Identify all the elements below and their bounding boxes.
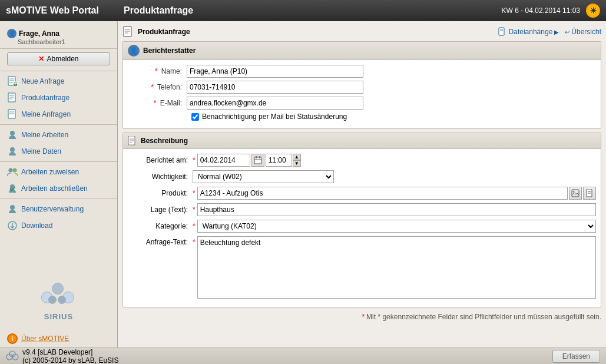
calendar-button[interactable]	[251, 154, 264, 167]
name-input[interactable]	[187, 65, 363, 78]
abmelden-x-icon: ✕	[38, 55, 44, 63]
sirius-circle-2	[52, 283, 64, 294]
content-top-bar: Produktanfrage Dateianhänge ▶ ↩ Übersich…	[122, 26, 601, 38]
telefon-row: * Telefon:	[128, 81, 596, 94]
lage-input[interactable]	[197, 203, 596, 216]
produkt-label: Produkt:	[128, 189, 193, 197]
footer-note: * Mit * gekennzeichnete Felder sind Pfli…	[122, 311, 601, 323]
svg-text:+: +	[13, 80, 17, 87]
kategorie-label: Kategorie:	[128, 222, 193, 230]
sun-icon: ☀	[586, 4, 600, 18]
lage-label: Lage (Text):	[128, 206, 193, 214]
lage-row: Lage (Text): *	[128, 203, 596, 216]
ueber-smotive-link[interactable]: i Über sMOTIVE	[0, 330, 117, 348]
produkt-image-button[interactable]	[569, 187, 582, 200]
svg-point-35	[573, 191, 575, 193]
abmelden-button[interactable]: ✕ Abmelden	[7, 52, 110, 65]
dateianhaenge-icon	[498, 27, 507, 37]
berichterstatter-card: 👤 Berichterstatter * Name: * Telefon:	[122, 41, 601, 129]
benutzerverwaltung-icon	[7, 204, 18, 214]
produkt-input[interactable]	[197, 187, 568, 200]
berichterstatter-header: 👤 Berichterstatter	[123, 42, 601, 60]
sidebar-item-produktanfrage[interactable]: Produktanfrage	[0, 90, 117, 106]
kategorie-select[interactable]: Wartung (KAT02) Reparatur (KAT01) Inspek…	[197, 220, 596, 233]
sidebar-item-arbeiten-zuweisen[interactable]: Arbeiten zuweisen	[0, 164, 117, 180]
telefon-label: * Telefon:	[128, 83, 187, 91]
uebersicht-link[interactable]: ↩ Übersicht	[565, 27, 601, 37]
produkt-document-button[interactable]	[583, 187, 596, 200]
svg-point-15	[9, 168, 13, 173]
sidebar-item-meine-anfragen[interactable]: Meine Anfragen	[0, 106, 117, 123]
svg-point-18	[10, 205, 15, 210]
erfassen-button[interactable]: Erfassen	[552, 350, 600, 363]
meine-anfragen-icon	[7, 109, 18, 120]
notification-checkbox[interactable]	[191, 113, 199, 121]
person-icon: 👤	[128, 45, 140, 57]
time-spin-up-button[interactable]: ▲	[293, 154, 301, 160]
nav-divider-3	[0, 161, 117, 162]
telefon-input[interactable]	[187, 81, 363, 94]
produkt-input-group	[197, 187, 596, 200]
name-label: * Name:	[128, 67, 187, 75]
meine-arbeiten-icon	[7, 130, 18, 140]
svg-point-13	[10, 131, 15, 135]
anfrage-textarea[interactable]: Beleuchtung defekt	[197, 236, 596, 299]
bottom-left: v9.4 [sLAB Developer] (c) 2005-2014 by s…	[6, 348, 118, 365]
wichtigkeit-label: Wichtigkeit:	[128, 173, 193, 181]
nav-divider-2	[0, 124, 117, 125]
sirius-bottom-logo	[6, 350, 19, 363]
sidebar-item-benutzerverwaltung[interactable]: Benutzerverwaltung	[0, 201, 117, 217]
meine-daten-icon	[7, 146, 18, 157]
berichtet-label: Berichtet am:	[128, 156, 193, 164]
svg-rect-34	[572, 190, 579, 197]
kategorie-row: Kategorie: * Wartung (KAT02) Reparatur (…	[128, 220, 596, 233]
anfrage-label: Anfrage-Text:	[128, 236, 193, 246]
sidebar-item-download[interactable]: Download	[0, 217, 117, 234]
berichtet-time-input[interactable]	[266, 154, 292, 167]
berichterstatter-body: * Name: * Telefon: * E-Mail:	[123, 60, 601, 128]
dateianhaenge-link[interactable]: Dateianhänge ▶	[498, 27, 559, 37]
header-logo: sMOTIVE Web Portal	[6, 5, 124, 16]
beschreibung-card: Beschreibung Berichtet am: * ▲	[122, 133, 601, 307]
notification-row: Benachrichtigung per Mail bei Statusände…	[191, 112, 596, 121]
wichtigkeit-select[interactable]: Normal (W02) Niedrig (W01) Hoch (W03) Kr…	[193, 170, 334, 183]
page-title-area: Produktanfrage	[122, 26, 190, 38]
produkt-row: Produkt: *	[128, 187, 596, 200]
header-title: Produktanfrage	[124, 5, 502, 16]
top-links: Dateianhänge ▶ ↩ Übersicht	[498, 27, 601, 37]
svg-rect-24	[499, 28, 504, 35]
sidebar-item-neue-anfrage[interactable]: + Neue Anfrage	[0, 73, 117, 90]
sirius-circle-4	[48, 296, 57, 304]
bottom-bar: v9.4 [sLAB Developer] (c) 2005-2014 by s…	[0, 348, 606, 364]
arbeiten-zuweisen-icon	[7, 167, 18, 177]
email-input[interactable]	[187, 97, 363, 110]
sidebar: 👤 Frage, Anna Sachbearbeiter1 ✕ Abmelden…	[0, 21, 118, 348]
email-label: * E-Mail:	[128, 99, 187, 107]
svg-rect-30	[254, 157, 261, 164]
download-icon	[7, 220, 18, 231]
sirius-circles-graphic	[41, 283, 77, 312]
neue-anfrage-icon: +	[7, 76, 18, 87]
wichtigkeit-row: Wichtigkeit: Normal (W02) Niedrig (W01) …	[128, 170, 596, 183]
calendar-icon	[254, 156, 262, 164]
produktanfrage-icon	[7, 92, 18, 103]
sirius-logo: SIRIUS	[0, 274, 117, 330]
sidebar-item-meine-arbeiten[interactable]: Meine Arbeiten	[0, 127, 117, 143]
user-section: 👤 Frage, Anna Sachbearbeiter1	[0, 24, 117, 49]
user-name: 👤 Frage, Anna	[7, 29, 110, 38]
time-spinner: ▲ ▼	[293, 154, 301, 167]
document-small-icon	[585, 189, 594, 197]
nav-divider-1	[0, 71, 117, 71]
sidebar-item-meine-daten[interactable]: Meine Daten	[0, 143, 117, 160]
sidebar-item-arbeiten-abschliessen[interactable]: Arbeiten abschließen	[0, 180, 117, 197]
email-row: * E-Mail:	[128, 97, 596, 110]
page-title: Produktanfrage	[138, 28, 190, 36]
time-spin-down-button[interactable]: ▼	[293, 160, 301, 167]
berichtet-row: Berichtet am: * ▲ ▼	[128, 154, 596, 167]
anfrage-row: Anfrage-Text: * Beleuchtung defekt	[128, 236, 596, 299]
svg-point-14	[10, 147, 15, 152]
user-role: Sachbearbeiter1	[18, 38, 110, 45]
nav-divider-4	[0, 198, 117, 199]
berichtet-date-input[interactable]	[197, 154, 250, 167]
header-date: KW 6 - 04.02.2014 11:03	[502, 6, 580, 15]
